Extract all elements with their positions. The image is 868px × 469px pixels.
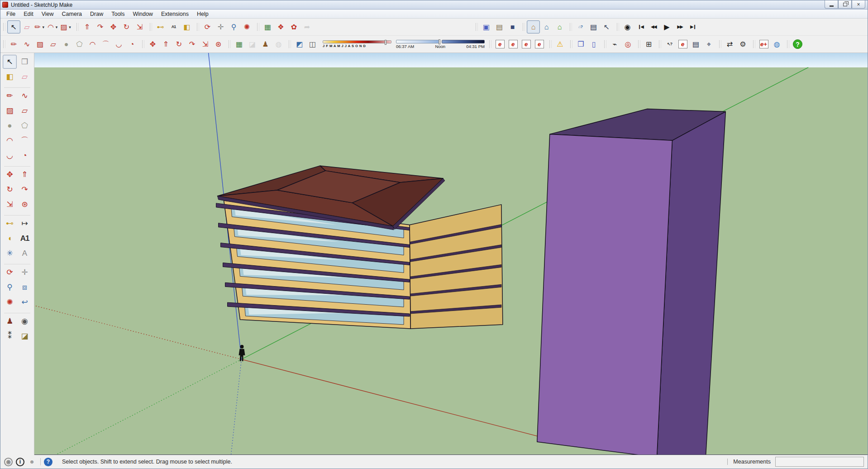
- orbit-tool[interactable]: ⟳: [201, 20, 214, 34]
- e-plus-button[interactable]: e+: [757, 38, 770, 51]
- model-viewport[interactable]: [34, 53, 868, 455]
- rotate-tool-side[interactable]: ↻: [3, 182, 17, 196]
- scene-house-tan-button[interactable]: ⌂: [527, 20, 540, 34]
- scene-canvas[interactable]: [34, 53, 868, 455]
- line-tool-side[interactable]: ✏: [3, 89, 17, 103]
- credits-status-icon[interactable]: i: [16, 458, 24, 466]
- shadow-time-slider[interactable]: 06:37 AMNoon04:31 PM: [396, 40, 485, 49]
- e-document-button[interactable]: e: [493, 38, 506, 51]
- menu-draw[interactable]: Draw: [86, 10, 107, 18]
- move-tool-2[interactable]: ✥: [146, 38, 159, 51]
- e-save-edit-button[interactable]: e: [533, 38, 546, 51]
- rectangle-tool[interactable]: ▨▾: [60, 20, 73, 34]
- freehand-tool[interactable]: ∿: [20, 38, 33, 51]
- three-point-arc-tool[interactable]: ◡: [112, 38, 125, 51]
- pushpull-tool-2[interactable]: ⇑: [159, 38, 172, 51]
- month-slider-handle[interactable]: [385, 40, 386, 45]
- scale-tool-2[interactable]: ⇲: [199, 38, 212, 51]
- binoculars-button[interactable]: ⌖: [702, 38, 715, 51]
- zoom-extents-tool[interactable]: ✺: [240, 20, 253, 34]
- scene-house-green-button[interactable]: ⌂: [553, 20, 566, 34]
- tape-measure-tool-side[interactable]: ⊷: [3, 216, 17, 230]
- animation-forward-button[interactable]: ▶▶: [673, 20, 687, 34]
- geolocation-status-icon[interactable]: ◉: [4, 458, 13, 466]
- target-button[interactable]: ◎: [621, 38, 634, 51]
- arc-tool-dropdown[interactable]: ▾: [54, 25, 59, 29]
- position-camera-tool-side[interactable]: ♟: [3, 314, 17, 328]
- rotate-tool[interactable]: ↻: [120, 20, 133, 34]
- close-button[interactable]: ×: [852, 0, 865, 9]
- animation-play-button[interactable]: ▶: [660, 20, 673, 34]
- menu-tools[interactable]: Tools: [107, 10, 129, 18]
- title-bar[interactable]: Untitled - SketchUp Make ×: [0, 0, 868, 10]
- scale-tool-side[interactable]: ⇲: [3, 197, 17, 211]
- month-gradient-bar[interactable]: [323, 40, 391, 43]
- scale-tool[interactable]: ⇲: [133, 20, 146, 34]
- purple-building-front-face[interactable]: [537, 134, 672, 455]
- styles-dialog-button[interactable]: ▤: [587, 20, 600, 34]
- 3d-text-tool-side[interactable]: A: [18, 246, 32, 260]
- minimize-button[interactable]: [825, 0, 838, 9]
- pushpull-tool-side[interactable]: ⇑: [18, 168, 32, 182]
- menu-camera[interactable]: Camera: [58, 10, 86, 18]
- zoom-previous-tool-side[interactable]: ↩: [18, 295, 32, 309]
- add-column-button[interactable]: ▯: [587, 38, 601, 51]
- e-package-button[interactable]: e: [506, 38, 520, 51]
- animation-last-button[interactable]: ▶❙: [687, 20, 700, 34]
- zoom-extents-tool-side[interactable]: ✺: [3, 295, 17, 309]
- measurements-input[interactable]: [775, 457, 864, 467]
- extension-warehouse-button[interactable]: ❖: [274, 20, 287, 34]
- move-tool-side[interactable]: ✥: [3, 168, 17, 182]
- menu-view[interactable]: View: [38, 10, 58, 18]
- select-tool[interactable]: ↖: [7, 20, 20, 34]
- rectangle-tool-dropdown[interactable]: ▾: [68, 25, 72, 29]
- polygon-tool-side[interactable]: ⬠: [18, 119, 32, 133]
- zoom-tool[interactable]: ⚲: [227, 20, 240, 34]
- followme-tool-side[interactable]: ↷: [18, 182, 32, 196]
- walk-tool-side[interactable]: ⁑: [3, 329, 17, 343]
- whats-this-button[interactable]: ↖?: [663, 38, 676, 51]
- menu-file[interactable]: File: [2, 10, 19, 18]
- menu-extensions[interactable]: Extensions: [157, 10, 193, 18]
- arc-tool-2[interactable]: ◠: [86, 38, 99, 51]
- protractor-tool-side[interactable]: ◖: [3, 231, 17, 245]
- shadow-month-slider[interactable]: J F M A M J J A S O N D: [323, 40, 391, 48]
- add-new-building-button[interactable]: ♟: [259, 38, 272, 51]
- style-picker-button[interactable]: ↖: [600, 20, 613, 34]
- pie-tool[interactable]: ◔: [125, 38, 138, 51]
- animation-first-button[interactable]: ❙◀: [634, 20, 647, 34]
- tape-measure-tool[interactable]: ⊷: [154, 20, 167, 34]
- followme-tool[interactable]: ↷: [94, 20, 107, 34]
- look-around-tool-side[interactable]: ◉: [18, 314, 32, 328]
- animation-camera-button[interactable]: ◉: [621, 20, 634, 34]
- pan-tool[interactable]: ✛: [214, 20, 227, 34]
- add-location-button[interactable]: ▦: [261, 20, 274, 34]
- pie-tool-side[interactable]: ◔: [18, 148, 32, 163]
- arc-tool-side[interactable]: ◠: [3, 134, 17, 148]
- e-window-button[interactable]: e: [676, 38, 689, 51]
- add-group-cube-button[interactable]: ❒: [574, 38, 587, 51]
- shaded-style-button[interactable]: ■: [506, 20, 519, 34]
- make-component-tool[interactable]: ❒: [18, 55, 32, 69]
- xray-style-button[interactable]: ▣: [480, 20, 493, 34]
- select-tool-side[interactable]: ↖: [3, 55, 17, 69]
- eraser-tool[interactable]: ▱: [20, 20, 33, 34]
- backedges-style-button[interactable]: ▤: [493, 20, 506, 34]
- polygon-tool[interactable]: ⬠: [73, 38, 86, 51]
- menu-edit[interactable]: Edit: [19, 10, 38, 18]
- dimension-tool-side[interactable]: ↦: [18, 216, 32, 230]
- offset-tool-side[interactable]: ⊛: [18, 197, 32, 211]
- help-status-icon[interactable]: ?: [44, 458, 52, 466]
- add-location-button-2[interactable]: ▦: [233, 38, 246, 51]
- text-tool-side[interactable]: A1: [18, 231, 32, 245]
- rotated-rectangle-tool-side[interactable]: ▱: [18, 104, 32, 118]
- orbit-tool-side[interactable]: ⟳: [3, 265, 17, 279]
- pan-tool-side[interactable]: ✛: [18, 265, 32, 279]
- rotated-rectangle-tool[interactable]: ▱: [47, 38, 60, 51]
- animation-rewind-button[interactable]: ◀◀: [647, 20, 660, 34]
- two-point-arc-tool-side[interactable]: ⌒: [18, 134, 32, 148]
- axes-tool-side[interactable]: ✳: [3, 246, 17, 260]
- paint-bucket-tool-side[interactable]: ◧: [3, 70, 17, 84]
- line-tool-dropdown[interactable]: ▾: [41, 25, 46, 29]
- e-save-button[interactable]: e: [520, 38, 533, 51]
